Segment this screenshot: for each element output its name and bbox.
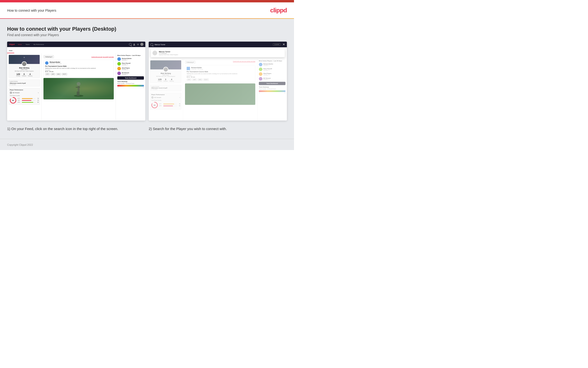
quality-section: 84 OTT 79 [10,97,39,104]
settings-icon[interactable] [137,43,139,46]
profile-avatar-1 [22,61,27,66]
nav-teams[interactable]: Teams [25,43,31,46]
svg-rect-9 [78,92,79,96]
feed-tab[interactable]: Feed [7,47,14,53]
stat-activities: 129 Activities [16,73,20,77]
card-header: Richard Butler Yesterday · The Grove [45,61,112,65]
bar-ott: OTT 79 [18,98,39,99]
avatar-icon[interactable] [140,43,143,46]
card-user-name: Richard Butler [50,61,61,63]
right-panel-1: Most Active Players - Last 30 days Richa… [116,53,145,120]
player-perf-title: Player Performance [10,89,39,91]
tag-ott: OTT [45,73,50,75]
screenshot-1: clippd Home Teams My Performance [7,42,145,120]
result-club: Cypress Point Club, United Kingdom [159,54,178,55]
quality-label: Total Player Quality [10,95,39,96]
profile-card: Blair McHarg Golf Coach Mill Ride Golf C… [9,55,40,78]
screenshots-row: clippd Home Teams My Performance [7,42,287,120]
card-tags: OTT APP ARG PUTT [45,73,112,75]
golf-image [44,78,114,99]
page-title: How to connect with your Players [7,9,56,12]
nav-home[interactable]: Home [17,43,23,46]
following-bar: Following ▾ Control who can see your act… [44,55,114,58]
list-item-1: Richard Butler Activities: 7 [117,57,144,61]
result-name: Marcus Turner [159,51,178,53]
app-body-1: Blair McHarg Golf Coach Mill Ride Golf C… [7,53,145,120]
profile-club: Mill Ride Golf Club, United Kingdom [10,70,38,72]
footer: Copyright Clippd 2022 [0,139,294,150]
svg-point-1 [138,44,138,45]
svg-rect-7 [76,87,80,88]
nav-items-1: Home Teams My Performance [17,43,127,46]
score-circle: 84 [10,97,16,104]
profile-stats: 129 Activities 3 Followers 4 Following [10,73,38,77]
dropdown-arrow: ▾ [38,92,39,93]
team-dashboard-btn[interactable]: Team Dashboard [117,76,144,80]
screenshot-2: Marcus Turner CLEAR ✕ Marcus Turner 1·5 … [149,42,287,120]
card-duration: Duration 02 hr : 00 min [45,69,112,72]
player-select-name: Eli Vincent [13,92,37,93]
middle-2: Following ▾ Control who can see your act… [183,59,257,120]
app-nav-1: clippd Home Teams My Performance [7,42,145,47]
left-sidebar-2: Blair McHarg Golf Coach Mill Ride Golf C… [149,59,183,120]
bar-app: APP 70 [18,100,39,101]
search-icon[interactable] [129,43,132,46]
list-item-4: Eli Vincent Activities: 1 [117,72,144,75]
right-panel-2: Most Active Players - Last 30 days Richa… [257,59,287,120]
svg-rect-6 [78,86,79,92]
card-title-1: Pre Tournament Course Walk [45,65,112,67]
player-mini-avatar [10,92,12,94]
profile-name: Blair McHarg [10,67,38,69]
search-result[interactable]: Marcus Turner 1·5 Handicap Cypress Point… [152,51,283,55]
heatmap-bar [117,85,144,87]
quality-bars: OTT 79 APP [18,98,39,103]
activity-card-1: Richard Butler Yesterday · The Grove Pre… [44,60,114,77]
copyright: Copyright Clippd 2022 [7,143,33,146]
top-bar [0,0,294,2]
app-logo-1: clippd [9,43,15,46]
latest-activity: Latest Activity Afternoon round of golf … [9,79,40,87]
step-2-desc: 2) Search for the Player you wish to con… [149,125,287,132]
step-2-text: 2) Search for the Player you wish to con… [149,126,287,132]
tag-putt: PUTT [62,73,67,75]
heatmap-labels: -5 +5 [117,87,144,88]
tag-app: APP [51,73,55,75]
player-select[interactable]: Eli Vincent ▾ [10,92,39,94]
tag-arg: ARG [56,73,61,75]
close-button[interactable]: ✕ [283,43,285,46]
steps-row: 1) On your Feed, click on the search ico… [7,125,287,139]
svg-point-5 [77,82,80,86]
page-header: How to connect with your Players clippd [0,2,294,18]
clear-button[interactable]: CLEAR [273,43,281,46]
card-user-date: Yesterday · The Grove [50,63,61,64]
svg-point-0 [134,44,135,45]
search-dropdown: Marcus Turner 1·5 Handicap Cypress Point… [150,49,285,57]
nav-my-performance[interactable]: My Performance [33,43,45,46]
hero-section: How to connect with your Players (Deskto… [7,26,287,37]
list-item-3: Hiral Pujara Activities: 3 [117,67,144,70]
player-list: Richard Butler Activities: 7 Piers Parne… [117,57,144,75]
step-1-desc: 1) On your Feed, click on the search ico… [7,125,145,132]
logo: clippd [270,7,287,14]
people-icon[interactable] [133,43,135,46]
middle-feed: Following ▾ Control who can see your act… [42,53,116,120]
search-value[interactable]: Marcus Turner [155,44,272,46]
hero-subtitle: Find and connect with your Players [7,33,287,37]
stat-following: 4 Following [28,73,32,77]
stat-followers: 3 Followers [22,73,26,77]
hero-title: How to connect with your Players (Deskto… [7,26,287,32]
nav-icons [129,43,143,46]
control-link[interactable]: Control who can see your activity and da… [91,56,114,57]
profile-role: Golf Coach [10,69,38,70]
profile-bg [9,55,40,64]
bar-arg: ARG 84 [18,101,39,103]
player-performance-1: Player Performance Eli Vincent ▾ Total P… [9,88,40,105]
main-content: How to connect with your Players (Deskto… [0,19,294,139]
activity-date: 27 Jul 2022 [10,84,39,85]
app-nav-2: Marcus Turner CLEAR ✕ [149,42,287,47]
search-icon-2[interactable] [150,43,153,46]
following-btn[interactable]: Following ▾ [44,55,54,58]
app-body-2-bg: Blair McHarg Golf Coach Mill Ride Golf C… [149,59,287,120]
team-heatmap: Team Heatmap Player Quality · 20 Round T… [117,81,144,88]
left-sidebar: Blair McHarg Golf Coach Mill Ride Golf C… [7,53,42,120]
